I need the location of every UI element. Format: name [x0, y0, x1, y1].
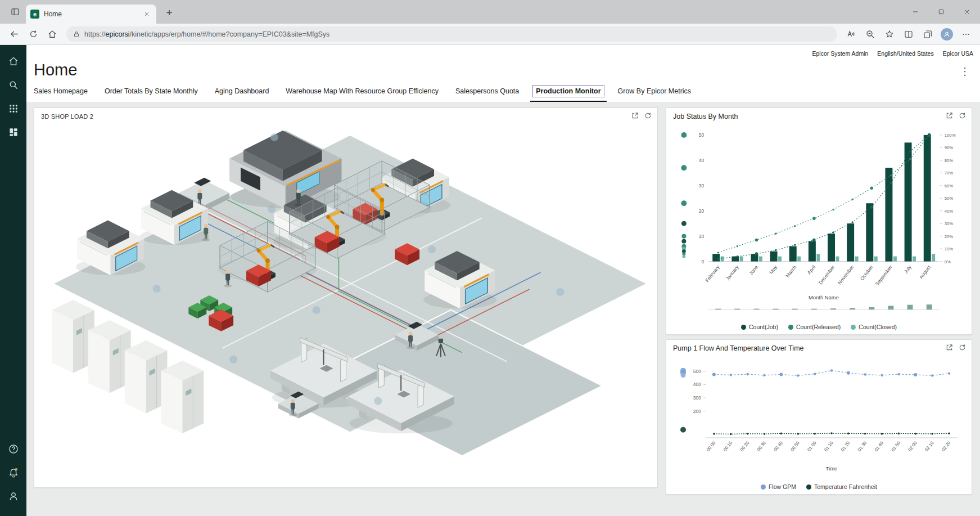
legend-dot	[761, 484, 766, 490]
open-expand-icon[interactable]	[946, 343, 953, 353]
svg-text:00:30: 00:30	[756, 440, 767, 452]
url-text: https://epicorsi/kinetic/apps/erp/home/#…	[84, 30, 329, 38]
close-window-button[interactable]	[954, 0, 980, 24]
legend-label: Flow GPM	[769, 483, 796, 490]
legend-label: Count(Job)	[749, 324, 778, 330]
refresh-icon[interactable]	[25, 26, 42, 43]
dashboard-tab-grow-by-epicor-metrics[interactable]: Grow By Epicor Metrics	[618, 84, 692, 102]
dashboard-tab-aging-dashboard[interactable]: Aging Dashboard	[215, 84, 269, 102]
settings-ellipsis-icon[interactable]	[958, 26, 974, 43]
read-aloud-icon[interactable]	[843, 26, 860, 43]
session-locale[interactable]: English/United States	[877, 50, 933, 57]
sidebar-apps-grid-icon[interactable]	[4, 99, 23, 118]
svg-text:40: 40	[699, 158, 704, 163]
svg-text:0%: 0%	[945, 259, 951, 264]
svg-text:00:20: 00:20	[739, 440, 751, 452]
svg-text:March: March	[784, 264, 797, 279]
pump-chart-legend: Flow GPMTemperature Fahrenheit	[666, 479, 972, 494]
legend-item[interactable]: Count(Released)	[788, 324, 841, 330]
svg-text:01:00: 01:00	[806, 440, 818, 452]
browser-addressbar: https://epicorsi/kinetic/apps/erp/home/#…	[0, 24, 980, 45]
favorites-star-icon[interactable]	[881, 26, 898, 43]
url-bar[interactable]: https://epicorsi/kinetic/apps/erp/home/#…	[66, 26, 837, 42]
svg-text:01:40: 01:40	[874, 440, 885, 452]
dashboard-tab-salespersons-quota[interactable]: Salespersons Quota	[455, 84, 519, 102]
svg-text:September: September	[874, 264, 893, 287]
svg-text:100%: 100%	[945, 133, 956, 138]
panel-refresh-icon[interactable]	[644, 111, 652, 122]
job-panel-title: Job Status By Month	[673, 113, 738, 120]
browser-tab[interactable]: e Home	[26, 5, 156, 24]
maximize-button[interactable]	[928, 0, 954, 24]
svg-text:0: 0	[701, 259, 704, 264]
legend-item[interactable]: Flow GPM	[761, 483, 796, 490]
zoom-out-icon[interactable]	[862, 26, 879, 43]
dashboard-tab-warehouse-map-with-resource-group-efficiency[interactable]: Warehouse Map With Resource Group Effici…	[286, 84, 439, 102]
panel-refresh-icon[interactable]	[959, 111, 966, 122]
pump-panel-title: Pump 1 Flow And Temperature Over Time	[673, 344, 804, 352]
svg-text:Time: Time	[826, 465, 838, 472]
legend-label: Count(Closed)	[859, 324, 897, 330]
shop-floor-illustration	[34, 125, 657, 487]
svg-text:02:00: 02:00	[907, 440, 918, 452]
epicor-sidebar	[0, 45, 26, 516]
svg-text:30: 30	[699, 183, 704, 189]
tab-actions-icon[interactable]	[7, 3, 24, 20]
pump-panel: Pump 1 Flow And Temperature Over Time 20…	[666, 339, 972, 495]
svg-text:May: May	[768, 264, 778, 275]
svg-text:00:40: 00:40	[773, 440, 784, 452]
svg-text:50: 50	[699, 132, 704, 138]
split-screen-icon[interactable]	[900, 26, 917, 43]
svg-text:02:10: 02:10	[924, 440, 935, 452]
page-menu-kebab-icon[interactable]: ⋮	[960, 66, 970, 77]
minimize-button[interactable]	[902, 0, 928, 24]
legend-item[interactable]: Temperature Fahrenheit	[806, 483, 877, 490]
sidebar-home-icon[interactable]	[4, 52, 23, 71]
session-company[interactable]: Epicor USA	[943, 50, 973, 57]
svg-text:400: 400	[693, 382, 701, 387]
svg-text:01:30: 01:30	[857, 440, 868, 452]
home-icon[interactable]	[44, 26, 61, 43]
svg-text:02:20: 02:20	[941, 440, 952, 452]
svg-text:30%: 30%	[945, 221, 954, 226]
legend-item[interactable]: Count(Job)	[741, 324, 778, 330]
panel-refresh-icon[interactable]	[959, 343, 966, 353]
session-user[interactable]: Epicor System Admin	[812, 50, 869, 57]
svg-text:February: February	[704, 264, 721, 283]
tab-close-icon[interactable]	[142, 9, 152, 19]
cnc-machine	[76, 220, 146, 275]
svg-text:90%: 90%	[945, 145, 954, 150]
shop-panel-title: 3D SHOP LOAD 2	[41, 113, 93, 120]
svg-text:70%: 70%	[945, 170, 954, 176]
svg-text:January: January	[725, 264, 740, 281]
new-tab-button[interactable]: +	[162, 7, 177, 19]
job-chart-legend: Count(Job)Count(Released)Count(Closed)	[666, 320, 972, 334]
legend-item[interactable]: Count(Closed)	[851, 324, 897, 330]
legend-label: Temperature Fahrenheit	[814, 483, 877, 490]
sidebar-search-icon[interactable]	[4, 75, 23, 95]
back-icon[interactable]	[6, 26, 22, 43]
sidebar-notifications-bell-icon[interactable]	[4, 463, 23, 482]
open-expand-icon[interactable]	[946, 111, 953, 122]
svg-text:80%: 80%	[945, 158, 954, 163]
dashboard-tab-order-totals-by-state-monthly[interactable]: Order Totals By State Monthly	[105, 84, 198, 102]
svg-text:01:20: 01:20	[840, 440, 851, 452]
collections-icon[interactable]	[919, 26, 936, 43]
profile-avatar[interactable]	[938, 26, 955, 43]
svg-text:300: 300	[693, 395, 701, 401]
session-bar: Epicor System Admin English/United State…	[26, 45, 980, 59]
svg-text:00:50: 00:50	[789, 440, 801, 452]
legend-dot	[851, 325, 856, 330]
svg-text:60%: 60%	[945, 183, 954, 189]
sidebar-account-icon[interactable]	[4, 487, 23, 506]
dashboard-tab-sales-homepage[interactable]: Sales Homepage	[34, 84, 88, 102]
svg-text:November: November	[837, 264, 855, 286]
svg-text:20: 20	[699, 208, 704, 214]
open-expand-icon[interactable]	[631, 111, 639, 122]
electrical-cabinet	[125, 340, 168, 414]
dashboard-tab-production-monitor[interactable]: Production Monitor	[536, 84, 600, 102]
svg-text:10%: 10%	[945, 246, 954, 252]
sidebar-help-icon[interactable]	[4, 439, 23, 459]
sidebar-dashboard-tiles-icon[interactable]	[4, 123, 23, 142]
svg-text:June: June	[748, 264, 759, 276]
